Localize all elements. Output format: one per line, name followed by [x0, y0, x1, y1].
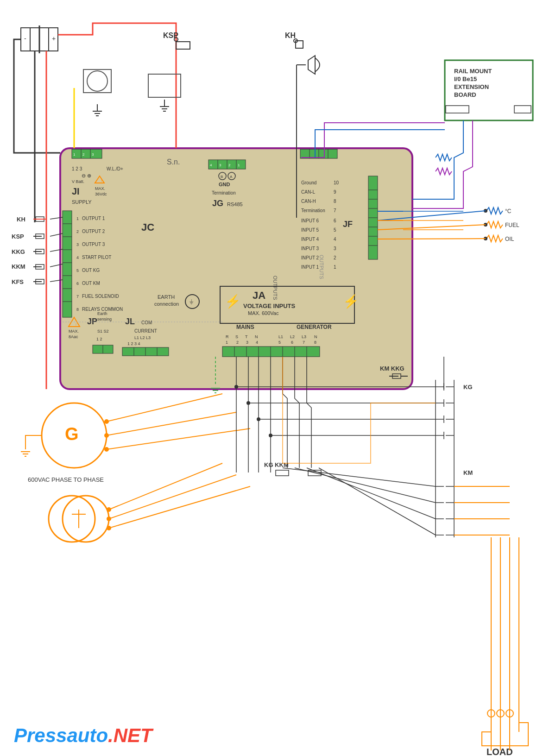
svg-text:MAX. 600Vac: MAX. 600Vac [248, 310, 279, 316]
svg-text:INPUT 4: INPUT 4 [301, 237, 319, 242]
svg-text:OUTPUT 3: OUTPUT 3 [82, 242, 105, 247]
svg-text:8: 8 [314, 340, 316, 345]
svg-text:3: 3 [92, 152, 94, 157]
svg-text:1: 1 [226, 340, 228, 345]
svg-text:3: 3 [334, 246, 336, 251]
svg-text:6: 6 [76, 281, 79, 286]
wl-d-plus-label: W.L./D+ [107, 166, 123, 171]
svg-text:START PILOT: START PILOT [82, 255, 111, 260]
diagram-container: S.n. - + KSP KH [0, 0, 556, 756]
svg-text:GND: GND [219, 182, 230, 187]
svg-text:Termination: Termination [212, 190, 236, 195]
svg-text:2: 2 [82, 152, 85, 157]
svg-text:BOARD: BOARD [454, 91, 476, 98]
connector-jp: JP [87, 317, 97, 326]
svg-text:INPUT 5: INPUT 5 [301, 227, 319, 233]
svg-line-182 [378, 239, 486, 239]
connector-ja: JA [253, 290, 265, 301]
svg-text:INPUT 2: INPUT 2 [301, 255, 319, 260]
km-label: KM [463, 469, 473, 476]
svg-text:MAX.: MAX. [69, 329, 79, 334]
oil-label: OIL [505, 236, 514, 242]
svg-text:3: 3 [246, 340, 248, 345]
svg-text:6: 6 [334, 218, 336, 223]
earth-connection-label: EARTH [158, 294, 175, 300]
svg-text:7: 7 [303, 340, 305, 345]
voltage-inputs-label: VOLTAGE INPUTS [243, 302, 296, 309]
svg-text:CAN-L: CAN-L [301, 189, 315, 195]
svg-text:sensing: sensing [97, 317, 112, 321]
svg-text:2: 2 [236, 340, 239, 345]
svg-text:JG: JG [212, 199, 223, 208]
svg-text:N: N [314, 334, 317, 339]
svg-text:4: 4 [76, 255, 79, 260]
svg-text:⚡: ⚡ [225, 294, 241, 309]
svg-text:8: 8 [334, 199, 336, 204]
svg-text:2: 2 [228, 163, 231, 167]
svg-text:2: 2 [334, 255, 336, 260]
mains-label: MAINS [236, 324, 254, 330]
svg-text:⏚: ⏚ [190, 297, 194, 305]
svg-text:8: 8 [76, 307, 79, 312]
kkm-left-label: KKM [12, 263, 25, 270]
svg-text:1  2: 1 2 [96, 337, 102, 341]
ksp-label: KSP [163, 32, 178, 39]
svg-text:S: S [235, 334, 238, 339]
svg-text:L1: L1 [278, 334, 283, 339]
svg-point-228 [107, 517, 111, 521]
svg-text:Ground: Ground [301, 180, 316, 185]
svg-text:L2: L2 [290, 334, 295, 339]
svg-text:A: A [230, 175, 233, 179]
generator-label: GENERATOR [297, 324, 332, 330]
svg-text:!: ! [76, 323, 76, 326]
svg-point-218 [104, 433, 109, 438]
svg-text:5: 5 [278, 340, 281, 345]
svg-text:+: + [52, 35, 56, 42]
svg-text:INPUT 3: INPUT 3 [301, 246, 319, 251]
svg-text:OUT KG: OUT KG [82, 268, 100, 273]
connector-jc: JC [141, 221, 154, 233]
svg-text:4: 4 [256, 340, 258, 345]
svg-rect-141 [222, 346, 320, 357]
generator-g-label: G [65, 424, 79, 444]
svg-text:OUTPUT 1: OUTPUT 1 [82, 216, 105, 221]
connector-jf: JF [343, 220, 353, 229]
svg-text:connection: connection [154, 301, 179, 307]
svg-text:1  2  3  4: 1 2 3 4 [127, 341, 140, 346]
svg-point-265 [257, 417, 260, 421]
kg-label: KG [463, 384, 473, 391]
svg-text:-: - [24, 35, 26, 42]
svg-text:N: N [255, 334, 258, 339]
svg-text:FUEL SOLENOID: FUEL SOLENOID [82, 294, 119, 299]
svg-text:5: 5 [334, 227, 336, 233]
svg-text:L3: L3 [302, 334, 306, 339]
svg-text:Termination: Termination [301, 208, 325, 213]
svg-text:OUTPUT 2: OUTPUT 2 [82, 229, 105, 234]
svg-text:1: 1 [73, 152, 76, 157]
svg-text:9: 9 [334, 189, 336, 195]
svg-text:CAN-H: CAN-H [301, 199, 316, 204]
rail-mount-label: RAIL MOUNT [454, 68, 492, 75]
supply-label: SUPPLY [72, 199, 92, 205]
svg-text:R: R [226, 334, 229, 339]
svg-text:T: T [245, 334, 248, 339]
svg-text:I/0 Be15: I/0 Be15 [454, 76, 477, 82]
svg-text:10: 10 [334, 180, 339, 185]
connector-ji: JI [72, 186, 80, 196]
outputs-vertical-label: OUTPUTS [272, 276, 278, 300]
load-label: LOAD [486, 747, 513, 756]
kkg-left-label: KKG [12, 248, 25, 255]
svg-text:7: 7 [334, 208, 336, 213]
svg-text:INPUT 6: INPUT 6 [301, 218, 319, 223]
svg-point-263 [234, 385, 238, 389]
svg-text:OUT KM: OUT KM [82, 281, 100, 286]
phase-label: 600VAC PHASE TO PHASE [28, 476, 104, 483]
svg-text:INPUT 1: INPUT 1 [301, 265, 319, 270]
kg-kkm-label: KG KKM [264, 461, 289, 468]
watermark: Pressauto.NET [14, 724, 152, 747]
svg-text:CURRENT: CURRENT [134, 328, 157, 334]
svg-point-264 [246, 401, 250, 405]
svg-rect-33 [72, 149, 102, 158]
ksp-left-label: KSP [12, 233, 24, 240]
svg-text:L1  L2  L3: L1 L2 L3 [134, 335, 151, 340]
